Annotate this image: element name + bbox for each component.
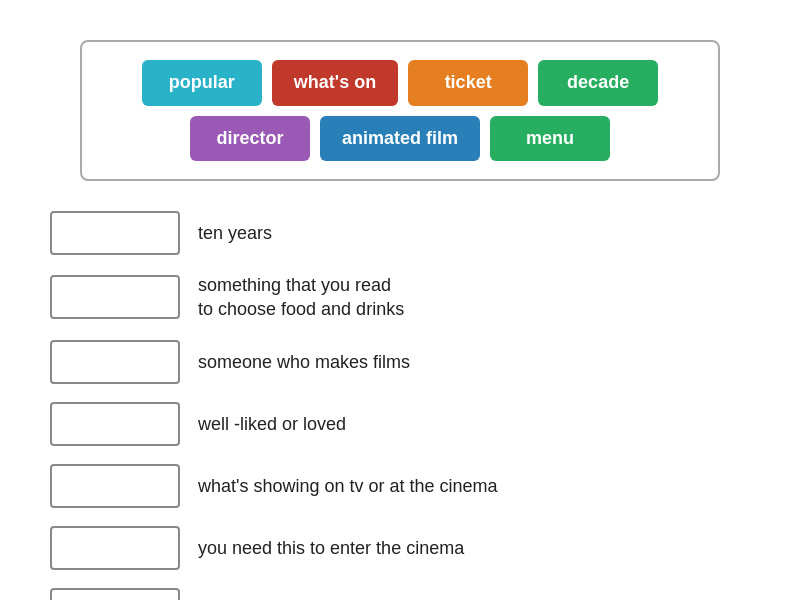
answer-box-def3[interactable]	[50, 340, 180, 384]
word-btn-animated[interactable]: animated film	[320, 116, 480, 162]
def-row-def1: ten years	[50, 211, 780, 255]
answer-box-def1[interactable]	[50, 211, 180, 255]
def-row-def2: something that you readto choose food an…	[50, 273, 780, 322]
definitions-list: ten yearssomething that you readto choos…	[50, 211, 780, 600]
def-text-def3: someone who makes films	[198, 350, 410, 374]
answer-box-def5[interactable]	[50, 464, 180, 508]
word-btn-popular[interactable]: popular	[142, 60, 262, 106]
word-btn-director[interactable]: director	[190, 116, 310, 162]
def-row-def3: someone who makes films	[50, 340, 780, 384]
answer-box-def6[interactable]	[50, 526, 180, 570]
def-row-def6: you need this to enter the cinema	[50, 526, 780, 570]
answer-box-def2[interactable]	[50, 275, 180, 319]
def-text-def1: ten years	[198, 221, 272, 245]
word-btn-menu[interactable]: menu	[490, 116, 610, 162]
word-bank: popularwhat's onticketdecadedirectoranim…	[80, 40, 720, 181]
def-text-def6: you need this to enter the cinema	[198, 536, 464, 560]
word-btn-whatson[interactable]: what's on	[272, 60, 398, 106]
answer-box-def7[interactable]	[50, 588, 180, 600]
answer-box-def4[interactable]	[50, 402, 180, 446]
def-text-def4: well -liked or loved	[198, 412, 346, 436]
word-btn-ticket[interactable]: ticket	[408, 60, 528, 106]
def-row-def7: a film that is like a cartoon	[50, 588, 780, 600]
word-btn-decade[interactable]: decade	[538, 60, 658, 106]
def-row-def5: what's showing on tv or at the cinema	[50, 464, 780, 508]
def-text-def5: what's showing on tv or at the cinema	[198, 474, 498, 498]
def-row-def4: well -liked or loved	[50, 402, 780, 446]
def-text-def2: something that you readto choose food an…	[198, 273, 404, 322]
